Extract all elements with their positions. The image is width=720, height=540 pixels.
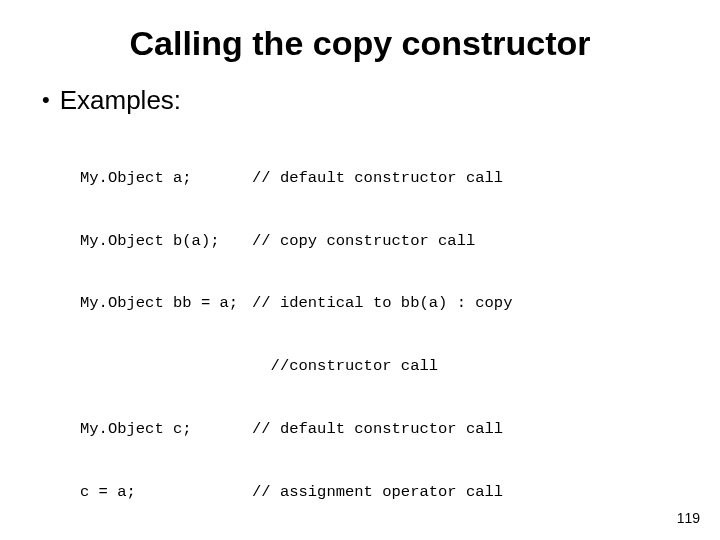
bullet-text: Examples: [60,85,181,116]
code-comment: // copy constructor call [252,231,690,252]
code-comment: //constructor call [252,356,690,377]
slide: Calling the copy constructor • Examples:… [0,0,720,540]
code-line: //constructor call [80,356,690,377]
code-left: c = a; [80,482,252,503]
code-comment: // identical to bb(a) : copy [252,293,690,314]
code-left: My.Object a; [80,168,252,189]
page-number: 119 [677,510,700,526]
slide-title: Calling the copy constructor [30,24,690,63]
code-line: c = a;// assignment operator call [80,482,690,503]
code-comment: // default constructor call [252,419,690,440]
code-block: My.Object a;// default constructor call … [80,126,690,540]
code-left: My.Object b(a); [80,231,252,252]
code-line: My.Object c;// default constructor call [80,419,690,440]
code-left: My.Object c; [80,419,252,440]
code-left [80,356,252,377]
code-line: My.Object b(a);// copy constructor call [80,231,690,252]
code-line: My.Object a;// default constructor call [80,168,690,189]
code-comment: // default constructor call [252,168,690,189]
code-left: My.Object bb = a; [80,293,252,314]
bullet-dot-icon: • [42,89,50,111]
code-comment: // assignment operator call [252,482,690,503]
code-line: My.Object bb = a;// identical to bb(a) :… [80,293,690,314]
bullet-item: • Examples: [42,85,690,116]
